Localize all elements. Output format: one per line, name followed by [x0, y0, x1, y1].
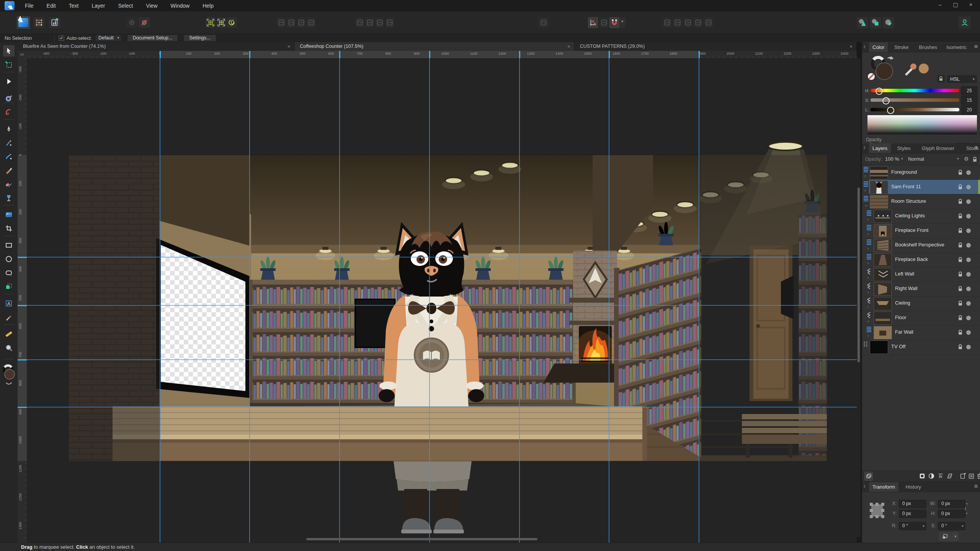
layer-thumbnail[interactable]	[874, 311, 892, 325]
horizontal-ruler[interactable]: -400-300-200-100010020030040050060070080…	[27, 51, 857, 59]
transform-origin-dropdown[interactable]: ▾	[952, 532, 959, 541]
layer-thumbnail[interactable]	[874, 224, 892, 238]
tab-styles[interactable]: Styles	[893, 143, 914, 153]
layer-visibility-dot[interactable]	[966, 243, 971, 248]
pattern-rotate-button[interactable]	[227, 17, 237, 28]
y-field[interactable]: 0 px	[899, 510, 926, 518]
pixel-align-button[interactable]	[588, 17, 598, 28]
menu-window[interactable]: Window	[164, 0, 196, 11]
layer-thumbnail[interactable]	[874, 326, 892, 339]
tab-history[interactable]: History	[902, 482, 924, 492]
layer-visibility-dot[interactable]	[966, 170, 971, 175]
close-icon[interactable]: ×	[849, 42, 853, 51]
layer-lock-icon[interactable]	[958, 199, 963, 206]
layer-effects-button[interactable]: fx	[936, 472, 945, 481]
document-tab-2[interactable]: Coffeeshop Counter (107.5%)×	[294, 42, 574, 51]
corner-tool[interactable]	[3, 106, 15, 118]
layer-name[interactable]: Cieling	[895, 300, 910, 306]
expander-icon[interactable]: ›	[867, 217, 869, 222]
ellipse-tool[interactable]	[3, 253, 15, 265]
pencil-tool[interactable]	[3, 137, 15, 148]
layer-name[interactable]: Floor	[895, 315, 906, 320]
layer-visibility-dot[interactable]	[966, 185, 971, 189]
pattern-grid-dense-button[interactable]	[216, 17, 226, 28]
layer-lock-icon[interactable]	[958, 228, 963, 235]
ruler-units[interactable]: px	[18, 51, 27, 59]
canvas-viewport[interactable]	[27, 58, 857, 543]
align-4-button[interactable]	[307, 17, 316, 28]
order-3-button[interactable]	[375, 17, 384, 28]
live-filter-button[interactable]	[946, 472, 954, 481]
layer-thumbnail[interactable]	[874, 253, 892, 267]
tab-glyph-browser[interactable]: Glyph Browser	[918, 143, 958, 153]
vertical-scrollbar[interactable]	[857, 58, 861, 537]
pen-tool[interactable]	[3, 123, 15, 135]
layer-name[interactable]: Left Wall	[895, 271, 914, 277]
expander-icon[interactable]: ⌄	[864, 202, 868, 207]
flip-horizontal-button[interactable]	[662, 17, 672, 28]
new-layer-button[interactable]	[959, 472, 967, 481]
tab-layers[interactable]: Layers	[869, 143, 891, 153]
expander-icon[interactable]: ›	[867, 290, 869, 294]
layer-row[interactable]: ›Right Wall	[862, 282, 980, 297]
layer-name[interactable]: Sam Front 11	[891, 184, 921, 189]
layer-row[interactable]: ⌄Room Structure	[862, 194, 980, 209]
slider-value[interactable]: 15	[961, 96, 978, 105]
record-toggle-icon[interactable]	[126, 17, 137, 28]
node-tool[interactable]	[3, 76, 15, 87]
color-spectrum-box[interactable]	[867, 115, 977, 134]
maximize-button[interactable]: ▢	[948, 0, 963, 10]
layer-visibility-dot[interactable]	[966, 199, 971, 204]
auto-select-dropdown[interactable]: Default	[95, 34, 122, 42]
layer-lock-icon[interactable]	[958, 242, 963, 249]
app-logo-button[interactable]	[17, 16, 30, 29]
expander-icon[interactable]: ›	[867, 319, 869, 323]
transform-origin-button[interactable]	[939, 532, 952, 541]
fill-tool[interactable]	[3, 192, 15, 204]
layer-name[interactable]: Fireplace Back	[895, 256, 928, 262]
close-icon[interactable]: ×	[287, 42, 291, 51]
measure-tool[interactable]	[3, 328, 15, 340]
layer-visibility-dot[interactable]	[966, 330, 971, 335]
delete-layer-button[interactable]	[975, 472, 980, 481]
layer-lock-icon[interactable]	[958, 271, 963, 279]
apps-grid-icon[interactable]	[34, 17, 44, 28]
layer-lock-icon[interactable]	[958, 300, 963, 308]
settings-button[interactable]: Settings...	[183, 34, 216, 42]
layer-thumbnail[interactable]	[874, 210, 892, 223]
layer-row[interactable]: ›Cieling Lights	[862, 209, 980, 224]
force-pixel-align-button[interactable]	[599, 17, 609, 28]
slider-value[interactable]: 20	[961, 105, 978, 114]
align-2-button[interactable]	[287, 17, 296, 28]
panel-drag-handle[interactable]: ‖	[864, 145, 866, 150]
tab-brushes[interactable]: Brushes	[915, 42, 941, 52]
s-field[interactable]: 0 °▾	[938, 522, 965, 530]
snapping-options-button[interactable]: ▾	[620, 17, 626, 28]
layer-visibility-dot[interactable]	[966, 228, 971, 233]
duplicate-button[interactable]	[704, 17, 713, 28]
order-2-button[interactable]	[365, 17, 374, 28]
layer-row[interactable]: ›Cieling	[862, 296, 980, 311]
close-icon[interactable]: ×	[567, 42, 570, 51]
layer-visibility-dot[interactable]	[966, 287, 971, 291]
layer-lock-icon[interactable]	[958, 213, 963, 220]
layer-row[interactable]: ›Foreground	[862, 165, 980, 180]
zoom-tool[interactable]	[3, 342, 15, 354]
layer-visibility-dot[interactable]	[966, 272, 971, 277]
layer-name[interactable]: Fireplace Front	[895, 227, 928, 233]
w-field[interactable]: 0 px	[938, 500, 965, 508]
settings-gear-icon[interactable]: ⚙	[139, 17, 150, 28]
artistic-text-tool[interactable]: A	[3, 298, 15, 309]
account-button[interactable]	[959, 16, 971, 29]
layer-row[interactable]: ›Bookshelf Perspective	[862, 238, 980, 253]
new-pixel-layer-button[interactable]	[967, 472, 975, 481]
panel-drag-handle[interactable]: ‖	[864, 484, 866, 489]
layer-name[interactable]: Foreground	[891, 169, 917, 175]
layers-opacity-value[interactable]: 100 %	[885, 156, 899, 162]
layer-name[interactable]: Far Wall	[895, 329, 913, 335]
slider-handle[interactable]	[882, 97, 890, 104]
horizontal-scrollbar[interactable]	[27, 537, 857, 541]
slider-handle[interactable]	[887, 107, 894, 114]
expander-icon[interactable]: ›	[867, 304, 869, 309]
expander-icon[interactable]: ›	[867, 333, 869, 338]
